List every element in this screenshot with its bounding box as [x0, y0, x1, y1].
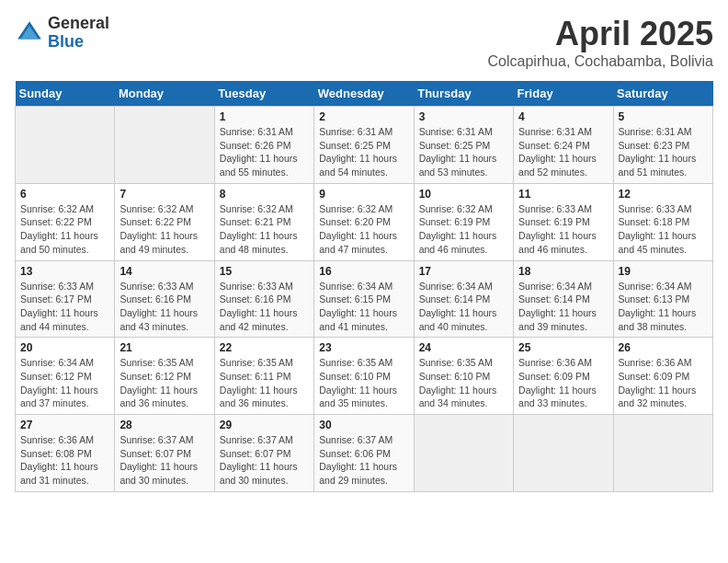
- calendar-cell: 2Sunrise: 6:31 AMSunset: 6:25 PMDaylight…: [314, 107, 414, 184]
- day-info: Sunrise: 6:37 AMSunset: 6:07 PMDaylight:…: [119, 433, 209, 488]
- day-number: 11: [518, 188, 608, 201]
- day-info: Sunrise: 6:32 AMSunset: 6:20 PMDaylight:…: [319, 202, 408, 257]
- day-info: Sunrise: 6:31 AMSunset: 6:25 PMDaylight:…: [419, 125, 508, 179]
- calendar-cell: 16Sunrise: 6:34 AMSunset: 6:15 PMDayligh…: [314, 260, 414, 338]
- calendar-cell: 9Sunrise: 6:32 AMSunset: 6:20 PMDaylight…: [314, 183, 414, 260]
- day-number: 1: [220, 110, 309, 123]
- day-info: Sunrise: 6:35 AMSunset: 6:11 PMDaylight:…: [220, 356, 309, 410]
- day-info: Sunrise: 6:36 AMSunset: 6:08 PMDaylight:…: [20, 433, 109, 488]
- day-number: 16: [319, 265, 408, 278]
- day-number: 9: [319, 188, 408, 201]
- day-number: 25: [518, 341, 608, 354]
- day-number: 17: [419, 265, 508, 278]
- calendar-cell: 29Sunrise: 6:37 AMSunset: 6:07 PMDayligh…: [214, 415, 313, 492]
- weekday-header-cell: Thursday: [414, 81, 513, 107]
- logo-text: General Blue: [48, 15, 109, 52]
- calendar-cell: 30Sunrise: 6:37 AMSunset: 6:06 PMDayligh…: [314, 415, 414, 492]
- day-info: Sunrise: 6:31 AMSunset: 6:24 PMDaylight:…: [518, 125, 608, 179]
- day-info: Sunrise: 6:33 AMSunset: 6:19 PMDaylight:…: [518, 202, 608, 257]
- logo-icon: [15, 18, 44, 48]
- calendar-cell: 4Sunrise: 6:31 AMSunset: 6:24 PMDaylight…: [514, 107, 613, 184]
- day-number: 19: [619, 265, 708, 278]
- day-info: Sunrise: 6:36 AMSunset: 6:09 PMDaylight:…: [619, 356, 708, 410]
- day-info: Sunrise: 6:32 AMSunset: 6:22 PMDaylight:…: [119, 202, 209, 257]
- calendar-cell: 28Sunrise: 6:37 AMSunset: 6:07 PMDayligh…: [115, 415, 214, 492]
- calendar-cell: 15Sunrise: 6:33 AMSunset: 6:16 PMDayligh…: [214, 260, 313, 338]
- weekday-header-cell: Wednesday: [314, 81, 414, 107]
- calendar-cell: 21Sunrise: 6:35 AMSunset: 6:12 PMDayligh…: [115, 338, 214, 415]
- calendar-cell: 17Sunrise: 6:34 AMSunset: 6:14 PMDayligh…: [414, 260, 513, 338]
- day-number: 14: [119, 265, 209, 278]
- calendar-cell: 27Sunrise: 6:36 AMSunset: 6:08 PMDayligh…: [16, 415, 115, 492]
- calendar-cell: [514, 415, 613, 492]
- day-info: Sunrise: 6:34 AMSunset: 6:14 PMDaylight:…: [419, 280, 508, 334]
- day-number: 24: [419, 341, 508, 354]
- calendar-cell: [115, 107, 214, 184]
- day-info: Sunrise: 6:35 AMSunset: 6:10 PMDaylight:…: [419, 356, 508, 410]
- day-info: Sunrise: 6:33 AMSunset: 6:16 PMDaylight:…: [220, 280, 309, 334]
- calendar-cell: 20Sunrise: 6:34 AMSunset: 6:12 PMDayligh…: [16, 338, 115, 415]
- calendar-cell: 8Sunrise: 6:32 AMSunset: 6:21 PMDaylight…: [214, 183, 313, 260]
- day-number: 5: [619, 110, 708, 123]
- page-location: Colcapirhua, Cochabamba, Bolivia: [488, 53, 713, 70]
- calendar-cell: 19Sunrise: 6:34 AMSunset: 6:13 PMDayligh…: [613, 260, 712, 338]
- calendar-cell: 24Sunrise: 6:35 AMSunset: 6:10 PMDayligh…: [414, 338, 513, 415]
- day-number: 29: [220, 419, 309, 431]
- day-info: Sunrise: 6:35 AMSunset: 6:10 PMDaylight:…: [319, 356, 408, 410]
- calendar-table: SundayMondayTuesdayWednesdayThursdayFrid…: [15, 81, 713, 492]
- weekday-header-row: SundayMondayTuesdayWednesdayThursdayFrid…: [16, 81, 713, 107]
- calendar-cell: 26Sunrise: 6:36 AMSunset: 6:09 PMDayligh…: [613, 338, 712, 415]
- day-number: 22: [220, 341, 309, 354]
- day-info: Sunrise: 6:35 AMSunset: 6:12 PMDaylight:…: [119, 356, 209, 410]
- day-number: 7: [119, 188, 209, 201]
- day-info: Sunrise: 6:36 AMSunset: 6:09 PMDaylight:…: [518, 356, 608, 410]
- calendar-week-row: 1Sunrise: 6:31 AMSunset: 6:26 PMDaylight…: [16, 107, 713, 184]
- logo-blue: Blue: [48, 33, 109, 52]
- day-number: 28: [119, 419, 209, 431]
- calendar-cell: 10Sunrise: 6:32 AMSunset: 6:19 PMDayligh…: [414, 183, 513, 260]
- calendar-week-row: 6Sunrise: 6:32 AMSunset: 6:22 PMDaylight…: [16, 183, 713, 260]
- calendar-cell: 18Sunrise: 6:34 AMSunset: 6:14 PMDayligh…: [514, 260, 613, 338]
- calendar-week-row: 27Sunrise: 6:36 AMSunset: 6:08 PMDayligh…: [16, 415, 713, 492]
- day-number: 8: [220, 188, 309, 201]
- day-number: 15: [220, 265, 309, 278]
- day-info: Sunrise: 6:34 AMSunset: 6:15 PMDaylight:…: [319, 280, 408, 334]
- calendar-cell: [414, 415, 513, 492]
- day-number: 18: [518, 265, 608, 278]
- day-info: Sunrise: 6:34 AMSunset: 6:13 PMDaylight:…: [619, 280, 708, 334]
- day-number: 30: [319, 419, 408, 431]
- logo-general: General: [48, 15, 109, 33]
- day-number: 27: [20, 419, 109, 431]
- day-info: Sunrise: 6:31 AMSunset: 6:23 PMDaylight:…: [619, 125, 708, 179]
- day-number: 6: [20, 188, 109, 201]
- calendar-cell: 12Sunrise: 6:33 AMSunset: 6:18 PMDayligh…: [613, 183, 712, 260]
- day-number: 20: [20, 341, 109, 354]
- day-info: Sunrise: 6:33 AMSunset: 6:18 PMDaylight:…: [619, 202, 708, 257]
- day-number: 13: [20, 265, 109, 278]
- calendar-cell: 14Sunrise: 6:33 AMSunset: 6:16 PMDayligh…: [115, 260, 214, 338]
- weekday-header-cell: Sunday: [16, 81, 115, 107]
- calendar-cell: 3Sunrise: 6:31 AMSunset: 6:25 PMDaylight…: [414, 107, 513, 184]
- calendar-cell: 22Sunrise: 6:35 AMSunset: 6:11 PMDayligh…: [214, 338, 313, 415]
- day-info: Sunrise: 6:34 AMSunset: 6:12 PMDaylight:…: [20, 356, 109, 410]
- calendar-cell: 13Sunrise: 6:33 AMSunset: 6:17 PMDayligh…: [16, 260, 115, 338]
- calendar-cell: 1Sunrise: 6:31 AMSunset: 6:26 PMDaylight…: [214, 107, 313, 184]
- weekday-header-cell: Friday: [514, 81, 613, 107]
- day-number: 2: [319, 110, 408, 123]
- calendar-cell: 11Sunrise: 6:33 AMSunset: 6:19 PMDayligh…: [514, 183, 613, 260]
- day-info: Sunrise: 6:37 AMSunset: 6:07 PMDaylight:…: [220, 433, 309, 488]
- weekday-header-cell: Saturday: [613, 81, 712, 107]
- logo: General Blue: [15, 15, 109, 52]
- day-info: Sunrise: 6:32 AMSunset: 6:21 PMDaylight:…: [220, 202, 309, 257]
- calendar-cell: 25Sunrise: 6:36 AMSunset: 6:09 PMDayligh…: [514, 338, 613, 415]
- calendar-week-row: 13Sunrise: 6:33 AMSunset: 6:17 PMDayligh…: [16, 260, 713, 338]
- day-info: Sunrise: 6:32 AMSunset: 6:22 PMDaylight:…: [20, 202, 109, 257]
- weekday-header-cell: Monday: [115, 81, 214, 107]
- day-number: 21: [119, 341, 209, 354]
- day-info: Sunrise: 6:37 AMSunset: 6:06 PMDaylight:…: [319, 433, 408, 488]
- day-info: Sunrise: 6:34 AMSunset: 6:14 PMDaylight:…: [518, 280, 608, 334]
- day-info: Sunrise: 6:33 AMSunset: 6:16 PMDaylight:…: [119, 280, 209, 334]
- day-number: 26: [619, 341, 708, 354]
- calendar-cell: 7Sunrise: 6:32 AMSunset: 6:22 PMDaylight…: [115, 183, 214, 260]
- page-title: April 2025: [488, 15, 713, 53]
